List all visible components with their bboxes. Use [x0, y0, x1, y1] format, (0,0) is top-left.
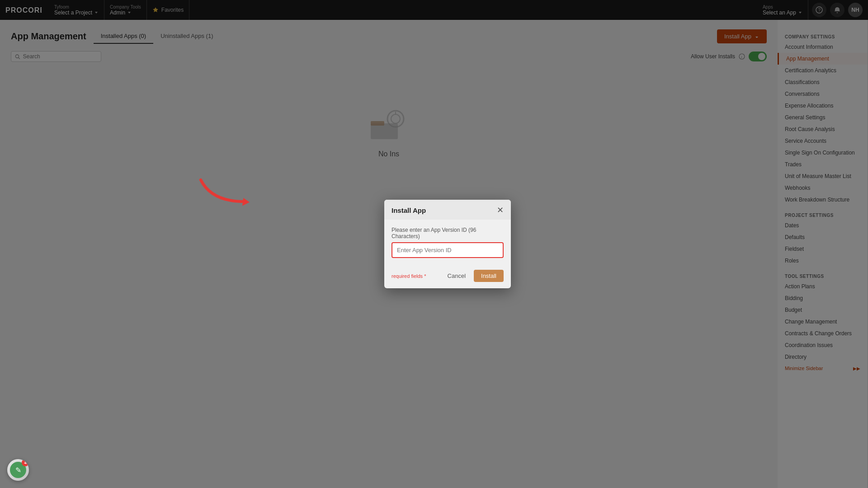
- cancel-button[interactable]: Cancel: [443, 270, 470, 282]
- modal-actions: Cancel Install: [443, 270, 504, 282]
- app-version-id-input[interactable]: [392, 242, 504, 258]
- modal-input-label: Please enter an App Version ID (96 Chara…: [392, 227, 504, 239]
- modal-close-button[interactable]: ✕: [497, 206, 504, 214]
- install-button[interactable]: Install: [474, 270, 504, 282]
- scratchpad-widget[interactable]: ✎ 4: [7, 459, 29, 481]
- install-app-modal: Install App ✕ Please enter an App Versio…: [384, 200, 511, 288]
- arrow-annotation: [190, 172, 262, 218]
- required-fields-text: required fields *: [392, 273, 426, 279]
- scratchpad-button[interactable]: ✎ 4: [7, 459, 29, 481]
- svg-marker-12: [242, 198, 250, 206]
- modal-title: Install App: [392, 206, 426, 214]
- modal-header: Install App ✕: [384, 200, 511, 220]
- modal-body: Please enter an App Version ID (96 Chara…: [384, 220, 511, 265]
- modal-footer: required fields * Cancel Install: [384, 265, 511, 288]
- modal-overlay[interactable]: Install App ✕ Please enter an App Versio…: [0, 0, 868, 488]
- scratchpad-badge: 4: [22, 459, 29, 466]
